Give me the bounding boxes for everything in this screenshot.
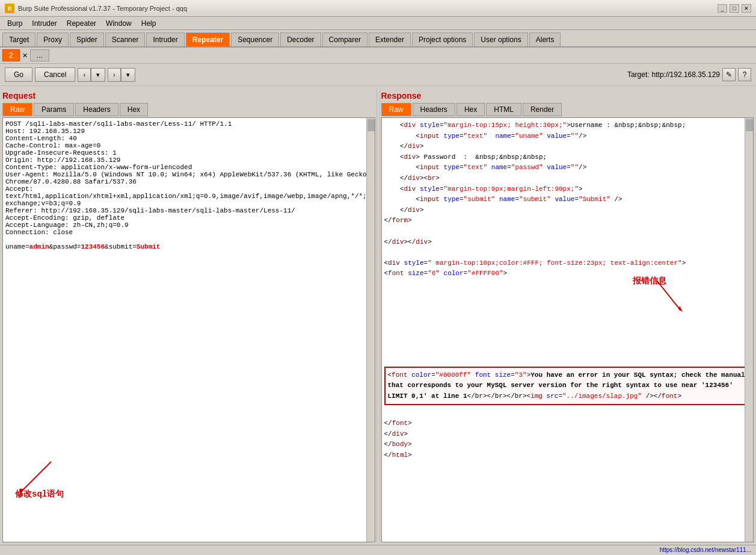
req-line-3: Content-Length: 40 (5, 135, 372, 142)
annotation-sql-text: 修改sql语句 (15, 489, 64, 500)
req-line-12: Accept-Language: zh-CN,zh;q=0.9 (5, 222, 372, 229)
request-title: Request (2, 88, 375, 103)
req-line-params: uname=admin&passwd=123456&submit=Submit (5, 243, 372, 250)
request-tab-raw[interactable]: Raw (2, 103, 32, 116)
res-line-blank6 (384, 311, 751, 322)
close-button[interactable]: ✕ (742, 4, 751, 13)
tab-repeater[interactable]: Repeater (186, 33, 230, 46)
res-line-7: <div style="margin-top:9px;margin-left:9… (384, 184, 751, 195)
window-title: Burp Suite Professional v1.7.37 - Tempor… (18, 5, 718, 12)
svg-marker-1 (19, 489, 23, 495)
forward-nav-group: › ▾ (108, 68, 135, 82)
res-line-blank5 (384, 300, 751, 311)
req-line-6: Origin: http://192.168.35.129 (5, 157, 372, 164)
res-line-blank9 (384, 343, 751, 353)
res-line-8: <input type="submit" name="submit" value… (384, 194, 751, 205)
res-line-15: </div> (384, 429, 751, 440)
back-dropdown-button[interactable]: ▾ (91, 68, 105, 82)
toolbar: Go Cancel ‹ ▾ › ▾ Target: http://192.168… (0, 64, 756, 86)
forward-button[interactable]: › (108, 68, 121, 82)
sub-tab-more[interactable]: ... (30, 49, 49, 61)
cancel-button[interactable]: Cancel (35, 67, 75, 82)
main-content: Request Raw Params Headers Hex POST /sql… (0, 86, 756, 545)
menu-help[interactable]: Help (137, 18, 161, 29)
back-nav-group: ‹ ▾ (78, 68, 105, 82)
request-panel: Request Raw Params Headers Hex POST /sql… (2, 88, 375, 542)
tab-decoder[interactable]: Decoder (280, 33, 321, 46)
response-title: Response (381, 88, 754, 103)
menu-bar: Burp Intruder Repeater Window Help (0, 17, 756, 30)
res-line-13: <font size="6" color="#FFFF00"> (384, 268, 751, 279)
scroll-thumb[interactable] (367, 119, 375, 131)
res-line-9: </div> (384, 205, 751, 216)
back-button[interactable]: ‹ (78, 68, 91, 82)
window-controls[interactable]: _ □ ✕ (718, 4, 751, 13)
edit-target-button[interactable]: ✎ (722, 68, 736, 81)
req-line-11: Accept-Encoding: gzip, deflate (5, 214, 372, 222)
request-tabs: Raw Params Headers Hex (2, 103, 375, 116)
error-content: <font color="#0000ff" font size="3">You … (388, 370, 748, 402)
request-tab-headers[interactable]: Headers (75, 103, 118, 116)
request-tab-hex[interactable]: Hex (120, 103, 148, 116)
req-line-blank (5, 236, 372, 243)
res-line-6: </div><br> (384, 173, 751, 184)
sub-tab-2[interactable]: 2 (2, 49, 20, 61)
res-line-12: <div style=" margin-top:10px;color:#FFF;… (384, 258, 751, 269)
request-body: POST /sqli-labs-master/sqli-labs-master/… (5, 120, 372, 250)
response-scroll-thumb[interactable] (746, 119, 753, 131)
menu-burp[interactable]: Burp (2, 18, 27, 29)
menu-repeater[interactable]: Repeater (62, 18, 101, 29)
res-line-blank7 (384, 321, 751, 332)
tab-intruder[interactable]: Intruder (146, 33, 184, 46)
res-line-blank4 (384, 290, 751, 301)
response-content[interactable]: <div style="margin-top:15px; height:30px… (381, 117, 754, 542)
help-button[interactable]: ? (738, 68, 751, 81)
response-tab-headers[interactable]: Headers (413, 103, 455, 116)
response-tab-render[interactable]: Render (523, 103, 562, 116)
req-line-7: Content-Type: application/x-www-form-url… (5, 164, 372, 171)
menu-intruder[interactable]: Intruder (27, 18, 61, 29)
status-bar: https://blog.csdn.net/newstar111... (0, 545, 756, 554)
main-tab-bar: Target Proxy Spider Scanner Intruder Rep… (0, 30, 756, 48)
tab-alerts[interactable]: Alerts (529, 33, 561, 46)
res-line-3: </div> (384, 141, 751, 152)
tab-target[interactable]: Target (2, 33, 35, 46)
res-line-blank3 (384, 279, 751, 290)
tab-project-options[interactable]: Project options (412, 33, 473, 46)
request-scrollbar[interactable] (366, 118, 375, 542)
target-label: Target: (627, 70, 650, 79)
panel-divider[interactable] (376, 88, 380, 542)
status-url: https://blog.csdn.net/newstar111... (660, 547, 751, 553)
tab-spider[interactable]: Spider (70, 33, 104, 46)
response-scrollbar[interactable] (745, 118, 753, 542)
res-line-17: </html> (384, 450, 751, 461)
menu-window[interactable]: Window (101, 18, 137, 29)
response-tab-hex[interactable]: Hex (456, 103, 485, 116)
response-tab-raw[interactable]: Raw (381, 103, 411, 116)
response-tab-html[interactable]: HTML (486, 103, 521, 116)
go-button[interactable]: Go (5, 67, 32, 82)
res-line-1: <div style="margin-top:15px; height:30px… (384, 120, 751, 131)
res-line-blank10 (384, 353, 751, 364)
req-line-8: User-Agent: Mozilla/5.0 (Windows NT 10.0… (5, 171, 372, 185)
maximize-button[interactable]: □ (730, 4, 739, 13)
request-content[interactable]: POST /sqli-labs-master/sqli-labs-master/… (2, 117, 375, 542)
annotation-sql: 修改sql语句 (15, 456, 135, 506)
request-tab-params[interactable]: Params (34, 103, 74, 116)
tab-comparer[interactable]: Comparer (322, 33, 367, 46)
req-line-10: Referer: http://192.168.35.129/sqli-labs… (5, 207, 372, 214)
res-line-14: </font> (384, 418, 751, 429)
minimize-button[interactable]: _ (718, 4, 727, 13)
tab-scanner[interactable]: Scanner (105, 33, 146, 46)
tab-user-options[interactable]: User options (474, 33, 527, 46)
tab-proxy[interactable]: Proxy (37, 33, 69, 46)
svg-line-0 (21, 462, 51, 492)
req-line-5: Upgrade-Insecure-Requests: 1 (5, 149, 372, 157)
sub-tab-close[interactable]: ✕ (21, 52, 29, 60)
res-line-4: <div> Password : &nbsp;&nbsp;&nbsp; (384, 152, 751, 163)
req-line-4: Cache-Control: max-age=0 (5, 142, 372, 149)
tab-extender[interactable]: Extender (369, 33, 411, 46)
tab-sequencer[interactable]: Sequencer (231, 33, 279, 46)
forward-dropdown-button[interactable]: ▾ (121, 68, 135, 82)
res-line-blank8 (384, 332, 751, 343)
